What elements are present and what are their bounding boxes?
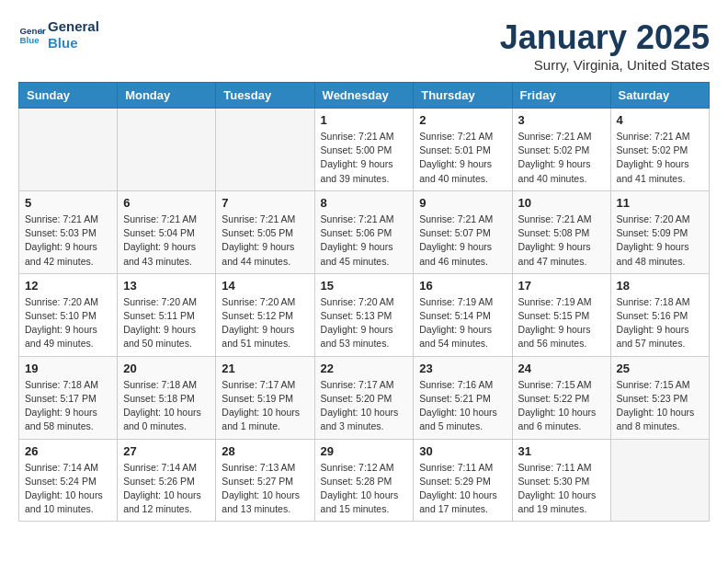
day-number: 9 [419, 196, 506, 210]
calendar-cell: 23Sunrise: 7:16 AMSunset: 5:21 PMDayligh… [414, 356, 512, 439]
cell-content: Sunrise: 7:13 AMSunset: 5:27 PMDaylight:… [222, 461, 308, 517]
day-number: 28 [222, 444, 308, 458]
day-number: 3 [518, 113, 605, 127]
cell-content: Sunrise: 7:21 AMSunset: 5:03 PMDaylight:… [25, 213, 111, 269]
day-number: 5 [25, 196, 111, 210]
day-number: 6 [123, 196, 210, 210]
cell-content: Sunrise: 7:20 AMSunset: 5:10 PMDaylight:… [25, 295, 111, 351]
calendar-cell: 4Sunrise: 7:21 AMSunset: 5:02 PMDaylight… [610, 109, 709, 191]
calendar-cell: 26Sunrise: 7:14 AMSunset: 5:24 PMDayligh… [19, 439, 118, 522]
day-number: 14 [222, 279, 308, 293]
calendar-cell: 14Sunrise: 7:20 AMSunset: 5:12 PMDayligh… [216, 273, 314, 356]
calendar-cell: 27Sunrise: 7:14 AMSunset: 5:26 PMDayligh… [118, 439, 216, 522]
cell-content: Sunrise: 7:18 AMSunset: 5:16 PMDaylight:… [617, 295, 703, 351]
day-number: 26 [25, 444, 111, 458]
cell-content: Sunrise: 7:21 AMSunset: 5:00 PMDaylight:… [321, 130, 408, 186]
weekday-header-friday: Friday [512, 83, 610, 109]
day-number: 4 [617, 113, 703, 127]
calendar-cell [19, 109, 118, 191]
day-number: 24 [518, 362, 605, 375]
day-number: 12 [25, 279, 111, 293]
calendar-cell: 2Sunrise: 7:21 AMSunset: 5:01 PMDaylight… [414, 109, 512, 191]
logo-icon: General Blue [18, 21, 46, 49]
cell-content: Sunrise: 7:19 AMSunset: 5:14 PMDaylight:… [419, 295, 506, 351]
calendar-cell: 29Sunrise: 7:12 AMSunset: 5:28 PMDayligh… [314, 439, 414, 522]
cell-content: Sunrise: 7:18 AMSunset: 5:18 PMDaylight:… [123, 378, 210, 434]
page-header: General Blue General Blue January 2025 S… [18, 18, 710, 73]
day-number: 21 [222, 362, 308, 375]
day-number: 25 [617, 362, 703, 375]
svg-text:Blue: Blue [20, 35, 40, 45]
calendar-cell: 20Sunrise: 7:18 AMSunset: 5:18 PMDayligh… [118, 356, 216, 439]
week-row-1: 1Sunrise: 7:21 AMSunset: 5:00 PMDaylight… [19, 109, 710, 191]
cell-content: Sunrise: 7:21 AMSunset: 5:02 PMDaylight:… [518, 130, 605, 186]
calendar-cell: 28Sunrise: 7:13 AMSunset: 5:27 PMDayligh… [216, 439, 314, 522]
calendar-cell: 12Sunrise: 7:20 AMSunset: 5:10 PMDayligh… [19, 273, 118, 356]
calendar-cell: 9Sunrise: 7:21 AMSunset: 5:07 PMDaylight… [414, 190, 512, 273]
calendar-body: 1Sunrise: 7:21 AMSunset: 5:00 PMDaylight… [19, 109, 710, 522]
weekday-header-tuesday: Tuesday [216, 83, 314, 109]
day-number: 27 [123, 444, 210, 458]
cell-content: Sunrise: 7:11 AMSunset: 5:30 PMDaylight:… [518, 461, 605, 517]
weekday-header-saturday: Saturday [610, 83, 709, 109]
weekday-header-thursday: Thursday [414, 83, 512, 109]
calendar-cell: 10Sunrise: 7:21 AMSunset: 5:08 PMDayligh… [512, 190, 610, 273]
day-number: 23 [419, 362, 506, 375]
day-number: 29 [321, 444, 408, 458]
title-block: January 2025 Surry, Virginia, United Sta… [500, 18, 710, 73]
logo-line2: Blue [48, 35, 99, 52]
day-number: 2 [419, 113, 506, 127]
calendar-cell: 18Sunrise: 7:18 AMSunset: 5:16 PMDayligh… [610, 273, 709, 356]
calendar-cell: 8Sunrise: 7:21 AMSunset: 5:06 PMDaylight… [314, 190, 414, 273]
calendar-header: SundayMondayTuesdayWednesdayThursdayFrid… [19, 83, 710, 109]
calendar-cell: 7Sunrise: 7:21 AMSunset: 5:05 PMDaylight… [216, 190, 314, 273]
cell-content: Sunrise: 7:15 AMSunset: 5:23 PMDaylight:… [617, 378, 703, 434]
calendar-cell: 6Sunrise: 7:21 AMSunset: 5:04 PMDaylight… [118, 190, 216, 273]
location: Surry, Virginia, United States [500, 57, 710, 73]
cell-content: Sunrise: 7:14 AMSunset: 5:26 PMDaylight:… [123, 461, 210, 517]
cell-content: Sunrise: 7:11 AMSunset: 5:29 PMDaylight:… [419, 461, 506, 517]
day-number: 15 [321, 279, 408, 293]
day-number: 16 [419, 279, 506, 293]
day-number: 17 [518, 279, 605, 293]
day-number: 10 [518, 196, 605, 210]
cell-content: Sunrise: 7:19 AMSunset: 5:15 PMDaylight:… [518, 295, 605, 351]
cell-content: Sunrise: 7:14 AMSunset: 5:24 PMDaylight:… [25, 461, 111, 517]
cell-content: Sunrise: 7:21 AMSunset: 5:05 PMDaylight:… [222, 213, 308, 269]
calendar-cell [610, 439, 709, 522]
cell-content: Sunrise: 7:18 AMSunset: 5:17 PMDaylight:… [25, 378, 111, 434]
month-title: January 2025 [500, 18, 710, 57]
cell-content: Sunrise: 7:20 AMSunset: 5:11 PMDaylight:… [123, 295, 210, 351]
cell-content: Sunrise: 7:16 AMSunset: 5:21 PMDaylight:… [419, 378, 506, 434]
calendar-cell: 19Sunrise: 7:18 AMSunset: 5:17 PMDayligh… [19, 356, 118, 439]
week-row-2: 5Sunrise: 7:21 AMSunset: 5:03 PMDaylight… [19, 190, 710, 273]
cell-content: Sunrise: 7:21 AMSunset: 5:06 PMDaylight:… [321, 213, 408, 269]
calendar-cell: 16Sunrise: 7:19 AMSunset: 5:14 PMDayligh… [414, 273, 512, 356]
day-number: 30 [419, 444, 506, 458]
cell-content: Sunrise: 7:21 AMSunset: 5:08 PMDaylight:… [518, 213, 605, 269]
calendar-table: SundayMondayTuesdayWednesdayThursdayFrid… [18, 82, 710, 522]
calendar-cell: 5Sunrise: 7:21 AMSunset: 5:03 PMDaylight… [19, 190, 118, 273]
week-row-4: 19Sunrise: 7:18 AMSunset: 5:17 PMDayligh… [19, 356, 710, 439]
cell-content: Sunrise: 7:12 AMSunset: 5:28 PMDaylight:… [321, 461, 408, 517]
cell-content: Sunrise: 7:17 AMSunset: 5:20 PMDaylight:… [321, 378, 408, 434]
weekday-header-monday: Monday [118, 83, 216, 109]
calendar-cell: 11Sunrise: 7:20 AMSunset: 5:09 PMDayligh… [610, 190, 709, 273]
day-number: 8 [321, 196, 408, 210]
day-number: 20 [123, 362, 210, 375]
day-number: 7 [222, 196, 308, 210]
day-number: 11 [617, 196, 703, 210]
day-number: 18 [617, 279, 703, 293]
weekday-row: SundayMondayTuesdayWednesdayThursdayFrid… [19, 83, 710, 109]
cell-content: Sunrise: 7:21 AMSunset: 5:07 PMDaylight:… [419, 213, 506, 269]
week-row-3: 12Sunrise: 7:20 AMSunset: 5:10 PMDayligh… [19, 273, 710, 356]
weekday-header-wednesday: Wednesday [314, 83, 414, 109]
cell-content: Sunrise: 7:21 AMSunset: 5:01 PMDaylight:… [419, 130, 506, 186]
calendar-cell: 24Sunrise: 7:15 AMSunset: 5:22 PMDayligh… [512, 356, 610, 439]
cell-content: Sunrise: 7:20 AMSunset: 5:13 PMDaylight:… [321, 295, 408, 351]
calendar-cell: 1Sunrise: 7:21 AMSunset: 5:00 PMDaylight… [314, 109, 414, 191]
cell-content: Sunrise: 7:15 AMSunset: 5:22 PMDaylight:… [518, 378, 605, 434]
day-number: 1 [321, 113, 408, 127]
cell-content: Sunrise: 7:20 AMSunset: 5:12 PMDaylight:… [222, 295, 308, 351]
calendar-cell: 31Sunrise: 7:11 AMSunset: 5:30 PMDayligh… [512, 439, 610, 522]
